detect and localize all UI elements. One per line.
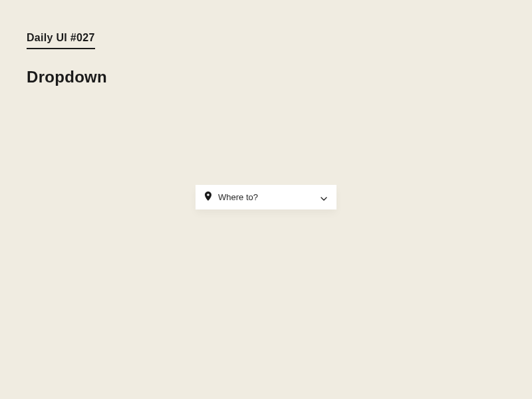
chevron-down-icon [321, 192, 327, 203]
page-title: Dropdown [27, 68, 107, 86]
header: Daily UI #027 Dropdown [27, 32, 107, 86]
page-subtitle: Daily UI #027 [27, 32, 95, 49]
location-pin-icon [205, 192, 211, 203]
destination-dropdown[interactable]: Where to? [196, 185, 336, 209]
dropdown-placeholder: Where to? [218, 192, 321, 202]
dropdown-container: Where to? [196, 185, 336, 209]
